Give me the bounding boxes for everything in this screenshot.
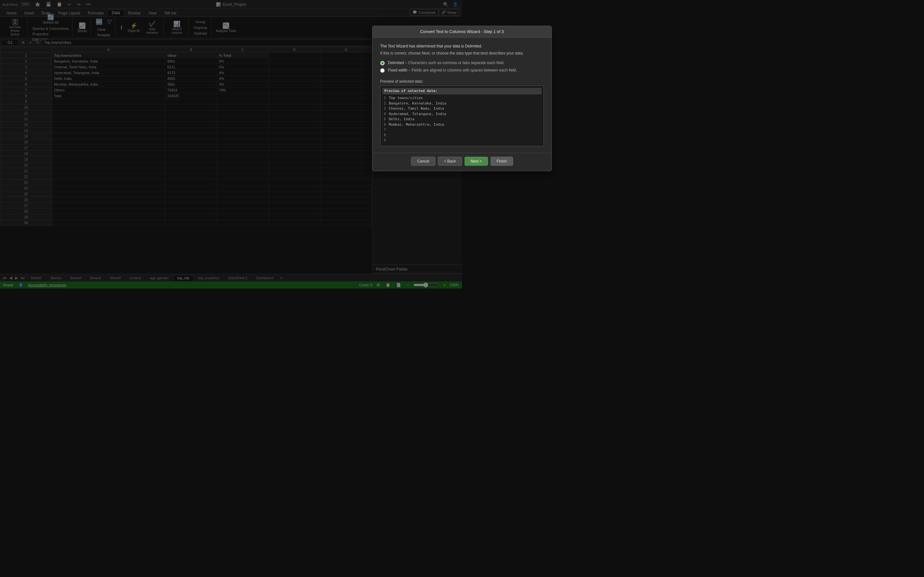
fixed-width-desc: – Fields are aligned in columns with spa… [409,68,462,73]
modal-footer: Cancel < Back Next > Finish [373,153,462,171]
preview-text-2: Bangalore, Karnataka, India [389,101,446,106]
preview-text-5: Delhi, India [389,117,414,122]
delimited-option[interactable]: Delimited – Characters such as commas or… [380,61,462,65]
preview-text-3: Chennai, Tamil Nadu, India [389,106,444,111]
preview-row-4: 4Hyderabad, Telangana, India [384,111,462,117]
fixed-width-label: Fixed width [388,68,407,73]
preview-section-label: Preview of selected data: [380,79,462,84]
preview-row-5: 5Delhi, India [384,117,462,122]
delimited-label: Delimited [388,61,404,65]
preview-row-3: 3Chennai, Tamil Nadu, India [384,106,462,111]
preview-box: Preview of selected data: 1Top towns/cit… [380,85,462,146]
preview-text-1: Top towns/cities [389,95,423,101]
preview-header: Preview of selected data: [383,88,462,94]
delimited-desc: – Characters such as commas or tabs sepa… [405,61,462,65]
fixed-width-label-group: Fixed width – Fields are aligned in colu… [388,68,462,73]
preview-row-6: 6Mumbai, Maharashtra, India [384,122,462,127]
preview-row-2: 2Bangalore, Karnataka, India [384,101,462,106]
modal-body: The Text Wizard has determined that your… [373,37,462,153]
preview-row-8: 8 [384,133,462,138]
modal-intro: The Text Wizard has determined that your… [380,44,462,48]
cancel-button[interactable]: Cancel [411,157,435,166]
preview-text-4: Hyderabad, Telangana, India [389,111,446,117]
data-type-options: Delimited – Characters such as commas or… [380,61,462,73]
preview-text-6: Mumbai, Maharashtra, India [389,122,444,127]
delimited-radio[interactable] [380,61,384,65]
fixed-width-radio[interactable] [380,68,384,73]
preview-data: 1Top towns/cities 2Bangalore, Karnataka,… [383,95,462,144]
modal-title-bar: Convert Text to Columns Wizard - Step 1 … [373,26,462,37]
modal-title: Convert Text to Columns Wizard - Step 1 … [420,29,462,34]
back-button[interactable]: < Back [438,157,462,166]
delimited-label-group: Delimited – Characters such as commas or… [388,61,462,65]
fixed-width-option[interactable]: Fixed width – Fields are aligned in colu… [380,68,462,73]
modal-sub: If this is correct, choose Next, or choo… [380,51,462,55]
preview-row-1: 1Top towns/cities [384,95,462,101]
text-to-columns-modal: Convert Text to Columns Wizard - Step 1 … [372,26,462,171]
modal-overlay: Convert Text to Columns Wizard - Step 1 … [0,0,462,288]
preview-row-7: 7 [384,127,462,133]
preview-row-9: 9 [384,138,462,143]
